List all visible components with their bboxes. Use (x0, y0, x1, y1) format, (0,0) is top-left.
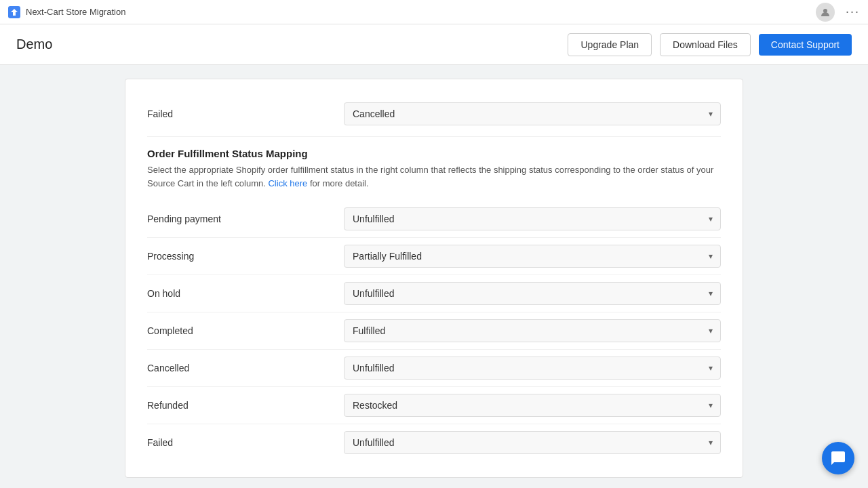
mapping-rows-container: Pending paymentUnfulfilledPartially Fulf… (147, 201, 721, 461)
title-bar-dots[interactable]: ··· (846, 5, 860, 19)
header: Demo Upgrade Plan Download Files Contact… (0, 24, 868, 65)
mapping-row: FailedUnfulfilledPartially FulfilledFulf… (147, 424, 721, 461)
top-failed-label: Failed (147, 108, 344, 119)
click-here-link[interactable]: Click here (268, 178, 307, 188)
fulfillment-section-desc: Select the appropriate Shopify order ful… (147, 163, 721, 190)
mapping-card: Failed Cancelled Unfulfilled Partially F… (125, 79, 743, 478)
contact-support-button[interactable]: Contact Support (759, 34, 852, 56)
mapping-row-select-wrapper: UnfulfilledPartially FulfilledFulfilledR… (344, 431, 721, 454)
mapping-row-select[interactable]: UnfulfilledPartially FulfilledFulfilledR… (344, 394, 721, 417)
mapping-row-select[interactable]: UnfulfilledPartially FulfilledFulfilledR… (344, 319, 721, 342)
top-failed-select-wrapper: Cancelled Unfulfilled Partially Fulfille… (344, 102, 721, 125)
mapping-row: CancelledUnfulfilledPartially FulfilledF… (147, 350, 721, 387)
upgrade-plan-button[interactable]: Upgrade Plan (568, 33, 652, 56)
mapping-row-label: Cancelled (147, 363, 344, 373)
mapping-row: CompletedUnfulfilledPartially FulfilledF… (147, 312, 721, 350)
header-actions: Upgrade Plan Download Files Contact Supp… (568, 33, 852, 56)
mapping-row-select[interactable]: UnfulfilledPartially FulfilledFulfilledR… (344, 431, 721, 454)
mapping-row-select-wrapper: UnfulfilledPartially FulfilledFulfilledR… (344, 357, 721, 380)
mapping-row-select[interactable]: UnfulfilledPartially FulfilledFulfilledR… (344, 282, 721, 305)
mapping-row: Pending paymentUnfulfilledPartially Fulf… (147, 201, 721, 238)
mapping-row-select[interactable]: UnfulfilledPartially FulfilledFulfilledR… (344, 245, 721, 268)
mapping-row-select-wrapper: UnfulfilledPartially FulfilledFulfilledR… (344, 394, 721, 417)
mapping-row-select-wrapper: UnfulfilledPartially FulfilledFulfilledR… (344, 282, 721, 305)
fulfillment-desc-suffix: for more detail. (307, 178, 368, 188)
top-failed-select[interactable]: Cancelled Unfulfilled Partially Fulfille… (344, 102, 721, 125)
mapping-row-label: On hold (147, 288, 344, 299)
mapping-row-select-wrapper: UnfulfilledPartially FulfilledFulfilledR… (344, 319, 721, 342)
app-title: Next-Cart Store Migration (26, 7, 125, 17)
title-bar: Next-Cart Store Migration ··· (0, 0, 868, 24)
main-content: Failed Cancelled Unfulfilled Partially F… (108, 65, 760, 488)
mapping-row-label: Refunded (147, 400, 344, 411)
mapping-row: ProcessingUnfulfilledPartially Fulfilled… (147, 238, 721, 275)
mapping-row: On holdUnfulfilledPartially FulfilledFul… (147, 275, 721, 312)
user-avatar[interactable] (816, 3, 835, 22)
chat-button[interactable] (822, 442, 854, 474)
fulfillment-desc-text: Select the appropriate Shopify order ful… (147, 165, 713, 188)
chat-icon (830, 450, 846, 466)
fulfillment-section-title: Order Fulfillment Status Mapping (147, 148, 721, 159)
mapping-row-label: Failed (147, 437, 344, 448)
mapping-row-select-wrapper: UnfulfilledPartially FulfilledFulfilledR… (344, 207, 721, 230)
mapping-row-label: Processing (147, 251, 344, 262)
mapping-row-select[interactable]: UnfulfilledPartially FulfilledFulfilledR… (344, 207, 721, 230)
mapping-row: RefundedUnfulfilledPartially FulfilledFu… (147, 387, 721, 424)
mapping-row-select[interactable]: UnfulfilledPartially FulfilledFulfilledR… (344, 357, 721, 380)
mapping-row-label: Pending payment (147, 214, 344, 224)
download-files-button[interactable]: Download Files (660, 33, 751, 56)
top-failed-row: Failed Cancelled Unfulfilled Partially F… (147, 96, 721, 137)
app-icon (8, 6, 20, 18)
mapping-row-label: Completed (147, 325, 344, 336)
header-title: Demo (16, 37, 568, 52)
mapping-row-select-wrapper: UnfulfilledPartially FulfilledFulfilledR… (344, 245, 721, 268)
